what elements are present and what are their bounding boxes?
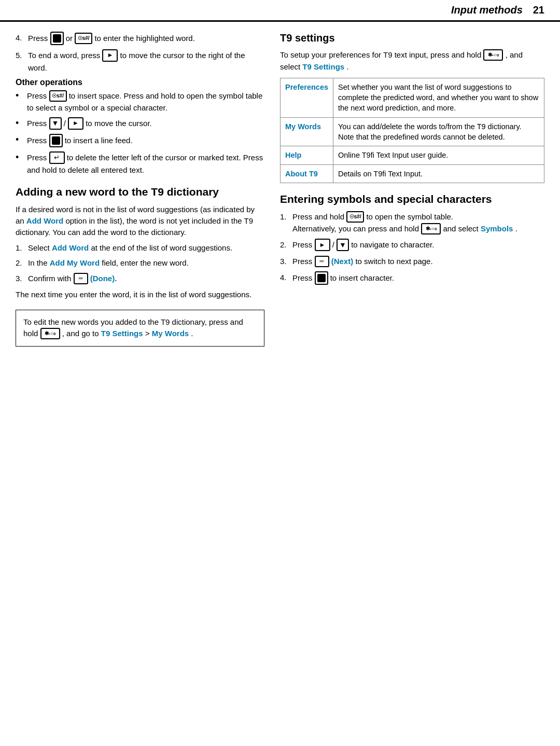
backspace-key-icon: ↵ — [49, 151, 65, 164]
table-row: About T9 Details on T9fi Text Input. — [281, 164, 544, 183]
bullet-3-text: Press to insert a line feed. — [27, 134, 133, 148]
add-step-3: 3. Confirm with ═ (Done). — [16, 273, 264, 285]
other-ops-title: Other operations — [16, 78, 264, 87]
step-5-number: 5. — [16, 50, 25, 74]
enter-step-3-text: Press ═ (Next) to switch to next page. — [292, 256, 433, 268]
add-word-link-2: Add Word — [52, 243, 89, 252]
bullet-4-icon: • — [16, 152, 23, 176]
content-area: 4. Press or ☉s#/ to enter the highlighte… — [0, 22, 560, 357]
bullet-2-text: Press ▼ / ► to move the cursor. — [27, 118, 152, 130]
add-step-3-num: 3. — [16, 273, 25, 285]
enter-step-4-text: Press to insert character. — [292, 272, 394, 285]
enter-step-2: 2. Press ► / ▼ to navigate to character. — [280, 239, 544, 252]
nav-right-key-icon: ► — [315, 239, 330, 251]
hash-key-icon: ☉s#/ — [75, 33, 92, 44]
bullet-3-icon: • — [16, 134, 23, 148]
t9-settings-link-box: T9 Settings — [101, 329, 143, 338]
table-key-help: Help — [281, 146, 333, 164]
right-column: T9 settings To setup your preferences fo… — [280, 32, 544, 347]
table-val-help: Online T9fi Text Input user guide. — [333, 146, 544, 164]
up-down-key-icon: ▼ — [49, 117, 62, 130]
page-header: Input methods 21 — [0, 0, 560, 22]
t9-settings-para: To setup your preferences for T9 text in… — [280, 49, 544, 73]
bullet-4: • Press ↵ to delete the letter left of t… — [16, 152, 264, 176]
step-4-text: Press or ☉s#/ to enter the highlighted w… — [28, 32, 195, 46]
enter-step-1-text: Press and hold ☉s#/ to open the symbol t… — [292, 211, 517, 235]
done-key-icon: ═ — [74, 273, 88, 284]
enter-step-1-num: 1. — [280, 211, 289, 235]
my-words-link-box: My Words — [152, 329, 189, 338]
star-key-icon: ✱-○₀ — [40, 328, 60, 339]
step-4: 4. Press or ☉s#/ to enter the highlighte… — [16, 32, 264, 46]
table-val-mywords: You can add/delete the words to/from the… — [333, 117, 544, 146]
step-5: 5. To end a word, press ► to move the cu… — [16, 50, 264, 74]
next-key-icon: ═ — [315, 256, 329, 267]
enter-step-4-num: 4. — [280, 272, 289, 285]
add-step-2-num: 2. — [16, 257, 25, 269]
add-step-2-text: In the Add My Word field, enter the new … — [28, 257, 189, 269]
next-time-para: The next time you enter the word, it is … — [16, 289, 264, 300]
bullet-2: • Press ▼ / ► to move the cursor. — [16, 118, 264, 130]
t9-settings-table: Preferences Set whether you want the lis… — [280, 78, 544, 183]
star-key-3-icon: ✱-○₀ — [421, 223, 441, 234]
add-word-link-1: Add Word — [26, 216, 63, 225]
step-5-text: To end a word, press ► to move the curso… — [28, 50, 264, 74]
table-row: My Words You can add/delete the words to… — [281, 117, 544, 146]
enter-step-3: 3. Press ═ (Next) to switch to next page… — [280, 256, 544, 268]
right-arrow-key-icon: ► — [102, 49, 118, 62]
bullet-1-text: Press ☉s#/ to insert space. Press and ho… — [27, 90, 264, 114]
center-key-icon — [50, 32, 64, 45]
left-column: 4. Press or ☉s#/ to enter the highlighte… — [16, 32, 264, 347]
bullet-1-icon: • — [16, 90, 23, 114]
table-row: Preferences Set whether you want the lis… — [281, 78, 544, 117]
page-wrapper: Input methods 21 4. Press or ☉s#/ to ent… — [0, 0, 560, 746]
page-number: 21 — [533, 4, 544, 16]
enter-step-2-text: Press ► / ▼ to navigate to character. — [292, 239, 434, 252]
center-key-2-icon — [49, 134, 63, 147]
table-val-preferences: Set whether you want the list of word su… — [333, 78, 544, 117]
table-val-about: Details on T9fi Text Input. — [333, 164, 544, 183]
right-key-2-icon: ► — [68, 117, 83, 130]
header-title: Input methods — [451, 4, 523, 16]
t9-settings-title: T9 settings — [280, 32, 544, 44]
nav-down-key-icon: ▼ — [337, 239, 349, 251]
bullet-1: • Press ☉s#/ to insert space. Press and … — [16, 90, 264, 114]
enter-step-3-num: 3. — [280, 256, 289, 268]
hash-key-3-icon: ☉s#/ — [346, 211, 364, 223]
add-my-word-link: Add My Word — [50, 258, 100, 267]
adding-para: If a desired word is not in the list of … — [16, 204, 264, 238]
step-4-number: 4. — [16, 32, 25, 46]
add-step-2: 2. In the Add My Word field, enter the n… — [16, 257, 264, 269]
entering-symbols-title: Entering symbols and special characters — [280, 192, 544, 206]
symbols-link: Symbols — [481, 224, 513, 233]
center-key-3-icon — [315, 271, 328, 285]
bullet-4-text: Press ↵ to delete the letter left of the… — [27, 152, 264, 176]
table-key-mywords: My Words — [281, 117, 333, 146]
adding-title: Adding a new word to the T9 dictionary — [16, 185, 264, 199]
add-step-1: 1. Select Add Word at the end of the lis… — [16, 242, 264, 254]
table-row: Help Online T9fi Text Input user guide. — [281, 146, 544, 164]
done-link: (Done). — [90, 274, 117, 283]
t9-settings-link: T9 Settings — [302, 62, 344, 71]
enter-step-4: 4. Press to insert character. — [280, 272, 544, 285]
bullet-3: • Press to insert a line feed. — [16, 134, 264, 148]
add-step-3-text: Confirm with ═ (Done). — [28, 273, 117, 285]
table-key-about: About T9 — [281, 164, 333, 183]
enter-step-2-num: 2. — [280, 239, 289, 252]
add-step-1-num: 1. — [16, 242, 25, 254]
next-link: (Next) — [331, 257, 354, 266]
table-key-preferences: Preferences — [281, 78, 333, 117]
info-box: To edit the new words you added to the T… — [16, 310, 264, 347]
bullet-2-icon: • — [16, 118, 23, 130]
enter-step-1: 1. Press and hold ☉s#/ to open the symbo… — [280, 211, 544, 235]
add-step-1-text: Select Add Word at the end of the list o… — [28, 242, 232, 254]
star-key-2-icon: ✱-○₀ — [483, 49, 503, 61]
hash-key-2-icon: ☉s#/ — [49, 90, 67, 102]
